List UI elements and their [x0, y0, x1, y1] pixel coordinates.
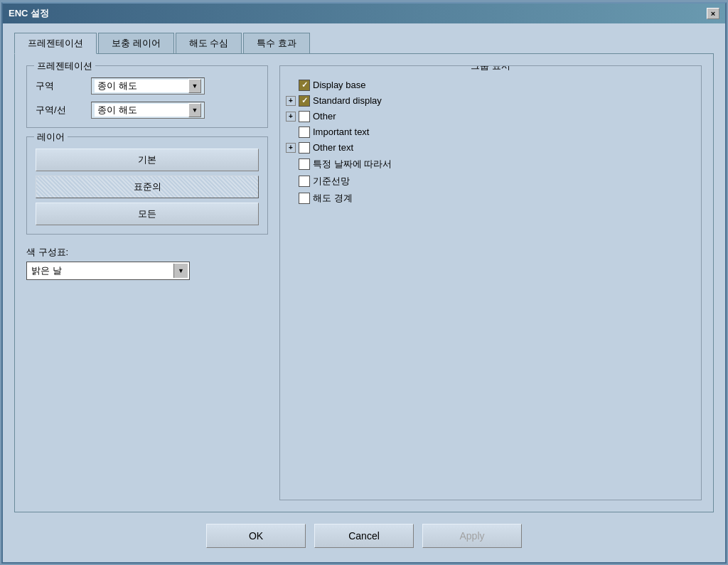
tab-bar: 프레젠테이션 보충 레이어 해도 수심 특수 효과 — [14, 32, 714, 53]
tab-effects[interactable]: 특수 효과 — [243, 33, 310, 54]
label-standard-display: Standard display — [313, 95, 382, 106]
tab-presentation[interactable]: 프레젠테이션 — [14, 33, 97, 54]
tab-depth[interactable]: 해도 수심 — [176, 33, 242, 54]
color-select[interactable]: 밝은 날 ▼ — [26, 262, 190, 280]
color-select-arrow[interactable]: ▼ — [173, 264, 188, 278]
tree-item-other: + Other — [286, 109, 695, 124]
checkbox-baseline[interactable] — [299, 176, 310, 187]
tree-item-standard-display: + ✓ Standard display — [286, 93, 695, 109]
label-other: Other — [313, 111, 336, 122]
expander-standard-display[interactable]: + — [286, 96, 296, 106]
layer-all-button[interactable]: 모든 — [36, 203, 259, 225]
layer-group-label: 레이어 — [34, 131, 68, 144]
layer-basic-button[interactable]: 기본 — [36, 149, 259, 171]
checkbox-chart-boundary[interactable] — [299, 193, 310, 204]
color-label: 색 구성표: — [26, 246, 268, 259]
color-select-container: 밝은 날 ▼ — [26, 262, 268, 280]
tree-item-baseline: 기준선망 — [286, 173, 695, 190]
title-bar: ENC 설정 × — [3, 4, 725, 23]
checkbox-display-base[interactable]: ✓ — [299, 80, 310, 91]
checkbox-other[interactable] — [299, 111, 310, 122]
label-important-text: Important text — [313, 127, 369, 137]
area-label: 구역 — [36, 80, 85, 92]
area-line-row: 구역/선 종이 해도 ▼ — [36, 102, 259, 119]
checkbox-important-text[interactable] — [299, 127, 310, 138]
tree-item-display-base: ✓ Display base — [286, 77, 695, 93]
presentation-group-label: 프레젠테이션 — [34, 60, 95, 72]
checkbox-date-specific[interactable] — [299, 158, 310, 170]
presentation-group: 프레젠테이션 구역 종이 해도 ▼ 구역/선 종이 해도 ▼ — [26, 65, 268, 128]
tree-item-chart-boundary: 해도 경계 — [286, 190, 695, 207]
group-display-label: 그룹 표시 — [465, 65, 516, 72]
area-line-select[interactable]: 종이 해도 ▼ — [91, 102, 205, 119]
area-line-select-value: 종이 해도 — [95, 104, 188, 117]
dialog-content: 프레젠테이션 보충 레이어 해도 수심 특수 효과 프레젠테이션 구역 — [3, 23, 725, 562]
tree-item-date-specific: 특정 날짜에 따라서 — [286, 156, 695, 173]
close-button[interactable]: × — [707, 8, 719, 19]
left-panel: 프레젠테이션 구역 종이 해도 ▼ 구역/선 종이 해도 ▼ — [26, 65, 268, 500]
area-line-select-arrow[interactable]: ▼ — [188, 103, 201, 117]
checkbox-other-text[interactable] — [299, 142, 310, 154]
label-date-specific: 특정 날짜에 따라서 — [313, 158, 392, 171]
dialog-footer: OK Cancel Apply — [14, 512, 714, 554]
area-select-arrow[interactable]: ▼ — [188, 79, 201, 93]
area-select[interactable]: 종이 해도 ▼ — [91, 77, 205, 95]
tab-content-area: 프레젠테이션 구역 종이 해도 ▼ 구역/선 종이 해도 ▼ — [14, 53, 714, 512]
main-dialog: ENC 설정 × 프레젠테이션 보충 레이어 해도 수심 특수 효과 — [1, 2, 727, 564]
ok-button[interactable]: OK — [206, 524, 306, 548]
tab-supplement[interactable]: 보충 레이어 — [98, 33, 174, 54]
expander-other[interactable]: + — [286, 112, 296, 122]
expander-empty-2 — [286, 127, 296, 137]
area-row: 구역 종이 해도 ▼ — [36, 77, 259, 95]
layer-group: 레이어 기본 표준의 모든 — [26, 136, 268, 235]
area-select-value: 종이 해도 — [95, 80, 188, 92]
color-section: 색 구성표: 밝은 날 ▼ — [26, 246, 268, 280]
expander-empty-3 — [286, 159, 296, 169]
cancel-button[interactable]: Cancel — [314, 524, 414, 548]
label-chart-boundary: 해도 경계 — [313, 192, 353, 205]
expander-empty-5 — [286, 193, 296, 203]
label-other-text: Other text — [313, 142, 353, 153]
checkbox-standard-display[interactable]: ✓ — [299, 95, 310, 107]
expander-empty-4 — [286, 176, 296, 186]
label-display-base: Display base — [313, 80, 365, 90]
group-display: 그룹 표시 ✓ Display base + ✓ — [279, 65, 702, 500]
window-title: ENC 설정 — [9, 7, 49, 20]
area-line-label: 구역/선 — [36, 104, 85, 117]
tree-item-important-text: Important text — [286, 124, 695, 140]
layer-buttons: 기본 표준의 모든 — [36, 149, 259, 225]
expander-other-text[interactable]: + — [286, 143, 296, 153]
layer-standard-button[interactable]: 표준의 — [36, 176, 259, 198]
tree-item-other-text: + Other text — [286, 140, 695, 156]
apply-button[interactable]: Apply — [422, 524, 522, 548]
label-baseline: 기준선망 — [313, 175, 350, 188]
right-panel: 그룹 표시 ✓ Display base + ✓ — [279, 65, 702, 500]
expander-empty-1 — [286, 80, 296, 90]
color-select-value: 밝은 날 — [28, 264, 173, 277]
